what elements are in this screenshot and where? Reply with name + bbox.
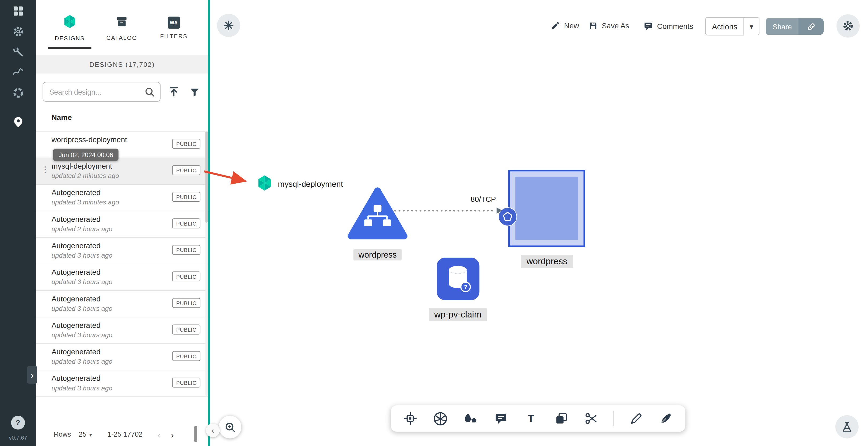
- save-icon: [588, 21, 598, 31]
- visibility-badge: PUBLIC: [172, 298, 200, 308]
- pagination-footer: Rows 25 ▾ 1-25 17702 ‹ ›: [36, 423, 208, 446]
- zoom-in-button[interactable]: [219, 416, 241, 439]
- kanvas-pin-icon[interactable]: [7, 112, 29, 132]
- kubernetes-tool-button[interactable]: [432, 410, 449, 427]
- text-tool-icon: T: [528, 412, 534, 424]
- design-row[interactable]: Autogenerated updated 3 hours ago PUBLIC: [36, 291, 208, 317]
- row-menu-icon[interactable]: ⋮: [41, 165, 49, 174]
- search-icon: [144, 86, 156, 101]
- design-row[interactable]: Autogenerated updated 2 hours ago PUBLIC: [36, 211, 208, 238]
- gear-icon: [842, 20, 855, 32]
- save-as-label: Save As: [602, 22, 629, 30]
- design-row[interactable]: Autogenerated updated 3 hours ago PUBLIC: [36, 344, 208, 370]
- node-mysql-deployment[interactable]: mysql-deployment: [256, 175, 343, 194]
- node-wp-pv-claim[interactable]: ?: [437, 258, 479, 300]
- node-wordpress-service-selected[interactable]: [508, 170, 585, 247]
- node-body: [515, 177, 578, 240]
- comments-label: Comments: [657, 22, 693, 30]
- visibility-badge: PUBLIC: [172, 378, 200, 387]
- copy-tool-button[interactable]: [553, 410, 569, 427]
- canvas-tool-dock: T: [391, 405, 685, 432]
- visibility-badge: PUBLIC: [172, 218, 200, 228]
- filter-designs-button[interactable]: [187, 85, 202, 99]
- pencil-tool-button[interactable]: [627, 410, 644, 427]
- design-row[interactable]: Autogenerated updated 3 minutes ago PUBL…: [36, 185, 208, 211]
- visibility-badge: PUBLIC: [172, 351, 200, 361]
- name-column-header: Name: [36, 108, 208, 131]
- canvas-settings-button[interactable]: [836, 14, 860, 38]
- copy-icon: [554, 411, 568, 426]
- comments-button[interactable]: Comments: [643, 21, 693, 31]
- svg-text:?: ?: [463, 283, 467, 290]
- funnel-icon: [189, 86, 200, 98]
- component-tool-button[interactable]: [402, 410, 418, 427]
- comment-tool-button[interactable]: [492, 410, 509, 427]
- tab-catalog[interactable]: CATALOG: [102, 15, 141, 41]
- scissors-icon: [584, 411, 598, 426]
- tab-filters[interactable]: WA FILTERS: [154, 16, 193, 39]
- node-wordpress-deployment[interactable]: [347, 186, 408, 242]
- design-row[interactable]: Autogenerated updated 3 hours ago PUBLIC: [36, 370, 208, 397]
- text-tool-button[interactable]: T: [523, 410, 539, 427]
- app-window: ? v0.7.67 › DESIGNS CATALOG WA FILTERS: [0, 0, 868, 446]
- pen-tool-button[interactable]: [658, 410, 674, 427]
- validator-flask-button[interactable]: [835, 415, 859, 439]
- tab-filters-label: FILTERS: [160, 32, 188, 39]
- actions-button[interactable]: Actions: [705, 17, 744, 35]
- persistent-volume-icon: ?: [445, 265, 471, 294]
- designs-panel: DESIGNS CATALOG WA FILTERS DESIGNS (17,7…: [36, 0, 208, 446]
- design-row[interactable]: Autogenerated updated 3 hours ago PUBLIC: [36, 264, 208, 291]
- catalog-archive-icon: [115, 15, 128, 30]
- new-button[interactable]: New: [551, 21, 579, 31]
- share-button[interactable]: Share: [766, 18, 798, 35]
- settings-gear-icon[interactable]: [7, 22, 29, 41]
- visibility-badge: PUBLIC: [172, 192, 200, 202]
- share-split-button: Share: [766, 18, 824, 35]
- shapes-tool-button[interactable]: [462, 410, 479, 427]
- design-row[interactable]: Autogenerated updated 3 hours ago PUBLIC: [36, 317, 208, 344]
- pen-icon: [659, 411, 673, 426]
- toolbox-icon[interactable]: [7, 42, 29, 61]
- list-scrollbar-thumb[interactable]: [206, 132, 208, 222]
- actions-dropdown-button[interactable]: ▼: [744, 17, 760, 35]
- updated-date-tooltip: Jun 02, 2024 00:06: [53, 149, 119, 161]
- tab-designs[interactable]: DESIGNS: [50, 14, 89, 41]
- scrollbar-thumb[interactable]: [194, 426, 197, 442]
- save-as-button[interactable]: Save As: [588, 21, 629, 31]
- asterisk-icon: [223, 20, 234, 31]
- visibility-badge: PUBLIC: [172, 324, 200, 334]
- rows-per-page-label: Rows: [54, 431, 71, 439]
- meshery-logo-icon: [256, 175, 273, 194]
- design-row[interactable]: ⋮ mysql-deployment updated 2 minutes ago…: [36, 158, 208, 185]
- visibility-badge: PUBLIC: [172, 139, 200, 148]
- dashboard-icon[interactable]: [7, 1, 29, 20]
- kubernetes-icon: [433, 411, 448, 426]
- copy-link-button[interactable]: [798, 18, 824, 35]
- node-label-wordpress-service: wordpress: [521, 255, 573, 268]
- design-row[interactable]: Autogenerated updated 3 hours ago PUBLIC: [36, 238, 208, 264]
- scissors-tool-button[interactable]: [583, 410, 600, 427]
- search-box: [42, 82, 160, 102]
- shapes-icon: [463, 411, 478, 426]
- search-design-input[interactable]: [43, 82, 160, 101]
- comment-icon: [643, 21, 653, 31]
- collapse-panel-button[interactable]: ‹: [206, 423, 220, 438]
- sidebar-expand-handle[interactable]: ›: [27, 366, 37, 384]
- canvas-menu-button[interactable]: [217, 14, 240, 37]
- node-label: mysql-deployment: [278, 179, 343, 188]
- new-label: New: [564, 22, 579, 30]
- previous-page-button[interactable]: ‹: [153, 428, 166, 441]
- import-design-button[interactable]: [167, 85, 181, 99]
- component-icon: [403, 411, 417, 426]
- curve-icon[interactable]: [7, 63, 29, 82]
- rows-per-page-select[interactable]: 25 ▾: [79, 431, 92, 439]
- panel-tabs: DESIGNS CATALOG WA FILTERS: [36, 0, 208, 55]
- segments-icon[interactable]: [7, 83, 29, 102]
- deployment-triangle-icon: [347, 186, 408, 242]
- help-button[interactable]: ?: [11, 416, 25, 430]
- visibility-badge: PUBLIC: [172, 165, 200, 175]
- next-page-button[interactable]: ›: [166, 428, 179, 441]
- tab-catalog-label: CATALOG: [106, 34, 137, 41]
- visibility-badge: PUBLIC: [172, 245, 200, 255]
- link-icon: [806, 22, 815, 31]
